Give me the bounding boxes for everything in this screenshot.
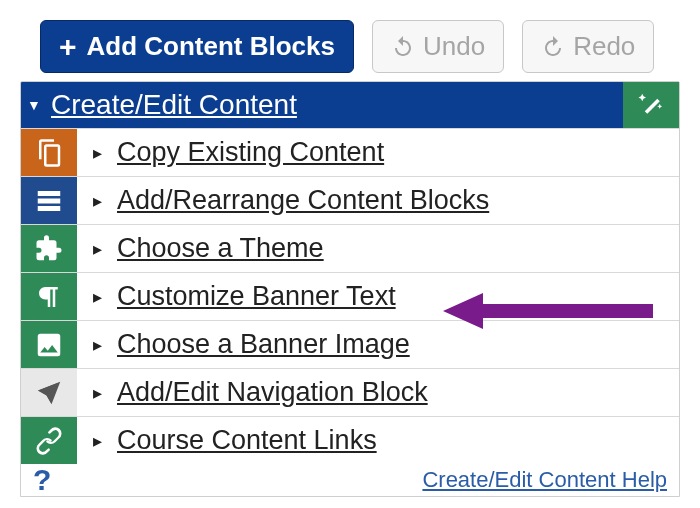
redo-label: Redo xyxy=(573,31,635,62)
undo-icon xyxy=(391,35,415,59)
chevron-right-icon: ▸ xyxy=(77,129,117,176)
image-icon xyxy=(21,321,77,368)
toolbar: + Add Content Blocks Undo Redo xyxy=(40,20,680,73)
link-icon xyxy=(21,417,77,464)
help-icon[interactable]: ? xyxy=(33,463,51,497)
item-label: Choose a Theme xyxy=(117,225,679,272)
undo-button[interactable]: Undo xyxy=(372,20,504,73)
item-choose-banner-image[interactable]: ▸ Choose a Banner Image xyxy=(21,320,679,368)
add-content-button[interactable]: + Add Content Blocks xyxy=(40,20,354,73)
chevron-right-icon: ▸ xyxy=(77,273,117,320)
chevron-right-icon: ▸ xyxy=(77,225,117,272)
svg-rect-2 xyxy=(38,206,61,211)
item-add-rearrange-blocks[interactable]: ▸ Add/Rearrange Content Blocks xyxy=(21,176,679,224)
chevron-right-icon: ▸ xyxy=(77,417,117,464)
undo-label: Undo xyxy=(423,31,485,62)
item-customize-banner-text[interactable]: ▸ Customize Banner Text xyxy=(21,272,679,320)
redo-icon xyxy=(541,35,565,59)
create-edit-panel: ▼ Create/Edit Content ▸ Copy Existing Co… xyxy=(20,81,680,497)
plus-icon: + xyxy=(59,32,77,62)
chevron-right-icon: ▸ xyxy=(77,369,117,416)
item-course-content-links[interactable]: ▸ Course Content Links xyxy=(21,416,679,464)
redo-button[interactable]: Redo xyxy=(522,20,654,73)
chevron-right-icon: ▸ xyxy=(77,321,117,368)
item-label: Choose a Banner Image xyxy=(117,321,679,368)
item-label: Add/Edit Navigation Block xyxy=(117,369,679,416)
panel-footer: ? Create/Edit Content Help xyxy=(21,464,679,496)
item-copy-existing-content[interactable]: ▸ Copy Existing Content xyxy=(21,128,679,176)
add-content-label: Add Content Blocks xyxy=(87,31,335,62)
list-icon xyxy=(21,177,77,224)
item-label: Customize Banner Text xyxy=(117,273,679,320)
item-label: Copy Existing Content xyxy=(117,129,679,176)
magic-wand-icon xyxy=(636,90,666,120)
item-label: Add/Rearrange Content Blocks xyxy=(117,177,679,224)
pilcrow-icon xyxy=(21,273,77,320)
magic-wand-button[interactable] xyxy=(623,82,679,128)
copy-icon xyxy=(21,129,77,176)
svg-rect-1 xyxy=(38,198,61,203)
nav-icon xyxy=(21,369,77,416)
item-choose-theme[interactable]: ▸ Choose a Theme xyxy=(21,224,679,272)
puzzle-icon xyxy=(21,225,77,272)
panel-title: Create/Edit Content xyxy=(47,82,623,128)
chevron-right-icon: ▸ xyxy=(77,177,117,224)
caret-down-icon: ▼ xyxy=(21,82,47,128)
item-add-edit-nav-block[interactable]: ▸ Add/Edit Navigation Block xyxy=(21,368,679,416)
help-link[interactable]: Create/Edit Content Help xyxy=(422,467,667,493)
svg-rect-0 xyxy=(38,191,61,196)
panel-header[interactable]: ▼ Create/Edit Content xyxy=(21,82,679,128)
item-label: Course Content Links xyxy=(117,417,679,464)
